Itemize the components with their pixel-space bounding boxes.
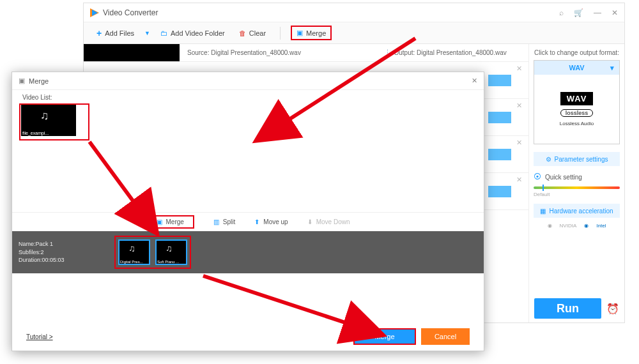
- clear-button[interactable]: 🗑 Clear: [235, 27, 270, 40]
- dialog-footer: Tutorial > Merge Cancel: [12, 322, 484, 351]
- hw-label: Hardware acceleration: [549, 208, 613, 215]
- dialog-split-button[interactable]: ▥ Split: [213, 218, 235, 225]
- parameter-settings-button[interactable]: ⚙ Parameter settings: [534, 152, 620, 166]
- search-icon[interactable]: ⌕: [559, 8, 564, 17]
- toolbar-separator: [280, 27, 281, 40]
- pack-thumb[interactable]: ♫ Digital Pres...: [118, 239, 150, 265]
- dialog-merge-button[interactable]: ▣ Merge: [146, 215, 194, 229]
- clear-label: Clear: [249, 29, 266, 37]
- pack-thumb-caption: Digital Pres...: [119, 260, 149, 264]
- dialog-toolbar: ▣ Merge ▥ Split ⬆ Move up ⬇ Move Down: [12, 212, 484, 231]
- dialog-movedown-label: Move Down: [316, 218, 350, 225]
- add-folder-label: Add Video Folder: [171, 29, 225, 37]
- format-code-label: WAV: [569, 64, 584, 72]
- close-button[interactable]: ✕: [612, 8, 618, 17]
- add-files-button[interactable]: + Add Files: [93, 26, 138, 41]
- parameter-label: Parameter settings: [555, 156, 608, 163]
- dialog-merge-label: Merge: [166, 218, 184, 225]
- thumb-caption: file_exampl...: [21, 130, 76, 136]
- quick-setting-label: Quick setting: [545, 174, 582, 181]
- minimize-button[interactable]: —: [594, 8, 601, 17]
- add-video-folder-button[interactable]: 🗀 Add Video Folder: [157, 27, 229, 40]
- alarm-icon[interactable]: ⏰: [606, 303, 619, 315]
- nvidia-icon: ◉: [548, 223, 552, 229]
- item-action-bar[interactable]: [488, 149, 511, 160]
- music-note-icon: ♫: [166, 243, 173, 254]
- format-code-header[interactable]: WAV ▾: [534, 61, 619, 75]
- remove-icon[interactable]: ✕: [516, 64, 522, 73]
- remove-icon[interactable]: ✕: [516, 139, 522, 147]
- merge-dialog: ▣ Merge ✕ Video List: ♫ file_exampl... ▣…: [12, 72, 484, 351]
- output-format-panel: Click to change output format: WAV ▾ WAV…: [528, 44, 624, 322]
- plus-icon: +: [96, 28, 102, 38]
- merge-icon: ▣: [157, 218, 162, 225]
- chevron-down-icon: ▾: [610, 64, 614, 72]
- dialog-moveup-label: Move up: [263, 218, 288, 225]
- window-controls: ⌕ 🛒 — ✕: [559, 8, 618, 17]
- dialog-movedown-button: ⬇ Move Down: [307, 218, 350, 225]
- pack-row[interactable]: Name:Pack 1 Subfiles:2 Duration:00:05:03…: [12, 231, 484, 273]
- pack-thumbs: ♫ Digital Pres... ♫ Soft Piano ...: [114, 236, 191, 269]
- merge-icon: ▣: [19, 77, 25, 85]
- music-note-icon: ♫: [128, 243, 135, 254]
- source-file-label: Source: Digital Presentation_48000.wav: [187, 49, 388, 56]
- pack-name-label: Name:Pack 1: [19, 240, 108, 248]
- remove-icon[interactable]: ✕: [516, 102, 522, 110]
- add-files-label: Add Files: [105, 29, 134, 37]
- remove-icon[interactable]: ✕: [516, 176, 522, 184]
- intel-label: Intel: [596, 223, 606, 229]
- video-list-area: ♫ file_exampl...: [12, 102, 484, 139]
- dialog-titlebar: ▣ Merge ✕: [12, 72, 484, 90]
- vendor-row: ◉ NVIDIA ◉ Intel: [548, 223, 606, 229]
- output-format-header: Click to change output format:: [534, 49, 619, 56]
- lossless-badge: lossless: [560, 109, 594, 117]
- lossless-caption: Lossless Audio: [560, 121, 594, 126]
- video-thumb[interactable]: ♫ file_exampl...: [21, 104, 76, 136]
- dialog-moveup-button[interactable]: ⬆ Move up: [254, 218, 288, 225]
- item-action-bar[interactable]: [488, 112, 511, 123]
- music-note-icon: ♫: [40, 109, 49, 123]
- cancel-button[interactable]: Cancel: [421, 328, 470, 345]
- main-toolbar: + Add Files ▼ 🗀 Add Video Folder 🗑 Clear…: [84, 22, 624, 44]
- pack-thumb-caption: Soft Piano ...: [157, 260, 186, 264]
- merge-icon: ▣: [296, 29, 303, 37]
- run-row: Run ⏰: [529, 294, 624, 322]
- split-icon: ▥: [213, 218, 219, 225]
- default-label: Default: [534, 192, 550, 197]
- intel-icon: ◉: [584, 223, 589, 229]
- trash-icon: 🗑: [239, 29, 246, 37]
- svg-marker-1: [92, 10, 98, 16]
- quality-slider[interactable]: [534, 186, 620, 189]
- format-body: WAV lossless Lossless Audio: [534, 75, 619, 144]
- merge-top-label: Merge: [306, 29, 326, 37]
- pack-duration-label: Duration:00:05:03: [19, 256, 108, 264]
- app-title: Video Converter: [103, 8, 158, 17]
- hardware-accel-button[interactable]: ▦ Hardware acceleration: [534, 204, 620, 218]
- folder-icon: 🗀: [160, 29, 167, 37]
- add-files-dropdown-icon[interactable]: ▼: [144, 30, 150, 36]
- run-button[interactable]: Run: [534, 298, 601, 319]
- quick-setting-row[interactable]: ⦿ Quick setting: [534, 172, 620, 181]
- item-action-bar[interactable]: [488, 186, 511, 197]
- dialog-split-label: Split: [223, 218, 235, 225]
- pack-subfiles-label: Subfiles:2: [19, 248, 108, 257]
- video-list-label: Video List:: [12, 90, 484, 102]
- nvidia-label: NVIDIA: [560, 223, 577, 229]
- chip-icon: ▦: [540, 208, 546, 215]
- tutorial-link[interactable]: Tutorial >: [26, 333, 53, 340]
- dialog-title: Merge: [29, 77, 49, 85]
- pack-meta: Name:Pack 1 Subfiles:2 Duration:00:05:03: [19, 240, 108, 264]
- dialog-close-button[interactable]: ✕: [472, 77, 477, 85]
- cart-icon[interactable]: 🛒: [574, 8, 583, 17]
- file-thumb: [84, 44, 180, 61]
- format-badge: WAV: [560, 92, 594, 105]
- merge-button-top[interactable]: ▣ Merge: [291, 26, 332, 40]
- format-card[interactable]: WAV ▾ WAV lossless Lossless Audio: [534, 60, 620, 144]
- merge-confirm-button[interactable]: Merge: [353, 328, 416, 345]
- pack-thumb[interactable]: ♫ Soft Piano ...: [155, 239, 187, 265]
- radio-dot-icon: ⦿: [534, 172, 541, 181]
- item-action-bar[interactable]: [488, 75, 511, 86]
- movedown-icon: ⬇: [307, 218, 312, 225]
- app-logo-icon: [90, 8, 99, 17]
- moveup-icon: ⬆: [254, 218, 259, 225]
